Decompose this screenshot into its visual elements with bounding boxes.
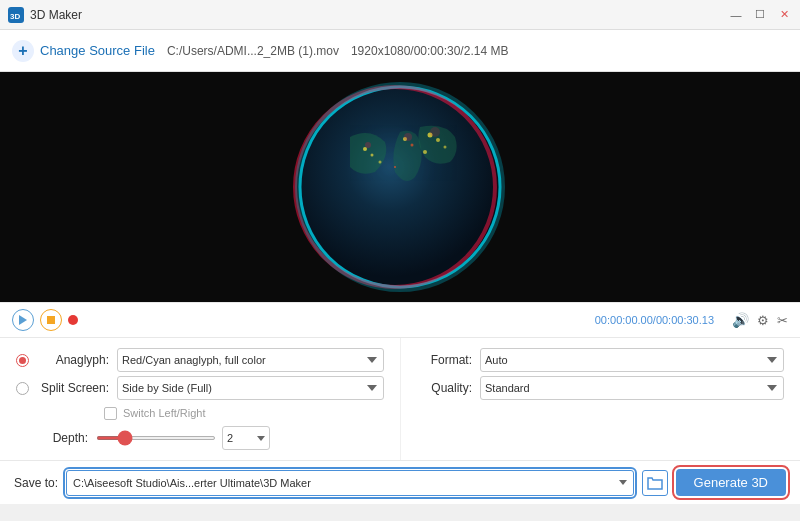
left-settings: Anaglyph: Red/Cyan anaglyph, full color … xyxy=(0,338,400,460)
svg-text:3D: 3D xyxy=(10,12,20,21)
depth-row: Depth: 2 1 3 4 5 xyxy=(16,424,384,452)
title-bar: 3D 3D Maker — ☐ ✕ xyxy=(0,0,800,30)
volume-icon[interactable]: 🔊 xyxy=(732,312,749,328)
scissors-icon[interactable]: ✂ xyxy=(777,313,788,328)
quality-select[interactable]: Standard High Ultra High xyxy=(480,376,784,400)
file-path: C:/Users/ADMI...2_2MB (1).mov xyxy=(167,44,339,58)
minimize-button[interactable]: — xyxy=(728,7,744,23)
depth-select[interactable]: 2 1 3 4 5 xyxy=(222,426,270,450)
svg-point-17 xyxy=(404,133,412,141)
anaglyph-select[interactable]: Red/Cyan anaglyph, full color Red/Cyan a… xyxy=(117,348,384,372)
svg-point-13 xyxy=(379,161,382,164)
playback-controls xyxy=(12,309,78,331)
right-settings: Format: Auto MP4 AVI MOV Quality: Standa… xyxy=(400,338,800,460)
switch-label: Switch Left/Right xyxy=(123,407,206,419)
browse-folder-button[interactable] xyxy=(642,470,668,496)
main-settings: Anaglyph: Red/Cyan anaglyph, full color … xyxy=(0,338,800,460)
time-display: 00:00:00.00/00:00:30.13 xyxy=(595,314,714,326)
save-path-select[interactable]: C:\Aiseesoft Studio\Ais...erter Ultimate… xyxy=(66,470,634,496)
app-title: 3D Maker xyxy=(30,8,82,22)
split-screen-label: Split Screen: xyxy=(37,381,109,395)
switch-checkbox[interactable] xyxy=(104,407,117,420)
plus-icon: + xyxy=(12,40,34,62)
split-screen-row: Split Screen: Side by Side (Full) Side b… xyxy=(16,374,384,402)
stop-button[interactable] xyxy=(40,309,62,331)
svg-rect-21 xyxy=(47,316,55,324)
anaglyph-row: Anaglyph: Red/Cyan anaglyph, full color … xyxy=(16,346,384,374)
split-screen-select-wrapper: Side by Side (Full) Side by Side (Half) … xyxy=(117,376,384,400)
app-icon: 3D xyxy=(8,7,24,23)
source-bar: + Change Source File C:/Users/ADMI...2_2… xyxy=(0,30,800,72)
save-label: Save to: xyxy=(14,476,58,490)
generate-3d-button[interactable]: Generate 3D xyxy=(676,469,786,496)
settings-icon[interactable]: ⚙ xyxy=(757,313,769,328)
svg-marker-20 xyxy=(19,315,27,325)
svg-point-15 xyxy=(423,150,427,154)
svg-point-12 xyxy=(444,146,447,149)
change-source-label: Change Source File xyxy=(40,43,155,58)
quality-label: Quality: xyxy=(417,381,472,395)
anaglyph-select-wrapper: Red/Cyan anaglyph, full color Red/Cyan a… xyxy=(117,348,384,372)
svg-point-18 xyxy=(430,127,440,137)
title-bar-controls: — ☐ ✕ xyxy=(728,7,792,23)
split-screen-select[interactable]: Side by Side (Full) Side by Side (Half) … xyxy=(117,376,384,400)
format-label: Format: xyxy=(417,353,472,367)
quality-row: Quality: Standard High Ultra High xyxy=(417,374,784,402)
switch-checkbox-row: Switch Left/Right xyxy=(16,402,384,424)
save-bar: Save to: C:\Aiseesoft Studio\Ais...erter… xyxy=(0,460,800,504)
record-indicator xyxy=(68,315,78,325)
video-preview xyxy=(290,77,510,297)
svg-point-9 xyxy=(411,144,414,147)
anaglyph-radio[interactable] xyxy=(16,354,29,367)
play-button[interactable] xyxy=(12,309,34,331)
quality-select-wrapper: Standard High Ultra High xyxy=(480,376,784,400)
format-row: Format: Auto MP4 AVI MOV xyxy=(417,346,784,374)
close-button[interactable]: ✕ xyxy=(776,7,792,23)
svg-point-6 xyxy=(363,147,367,151)
svg-point-16 xyxy=(365,142,371,148)
playback-bar: 00:00:00.00/00:00:30.13 🔊 ⚙ ✂ xyxy=(0,302,800,338)
change-source-button[interactable]: + Change Source File xyxy=(12,40,155,62)
preview-area xyxy=(0,72,800,302)
svg-point-7 xyxy=(371,154,374,157)
depth-label: Depth: xyxy=(16,431,88,445)
title-bar-left: 3D 3D Maker xyxy=(8,7,82,23)
file-info: 1920x1080/00:00:30/2.14 MB xyxy=(351,44,508,58)
anaglyph-label: Anaglyph: xyxy=(37,353,109,367)
split-screen-radio[interactable] xyxy=(16,382,29,395)
maximize-button[interactable]: ☐ xyxy=(752,7,768,23)
svg-point-14 xyxy=(394,166,396,168)
depth-slider-container: 2 1 3 4 5 xyxy=(96,426,270,450)
format-select-wrapper: Auto MP4 AVI MOV xyxy=(480,348,784,372)
svg-point-11 xyxy=(436,138,440,142)
format-select[interactable]: Auto MP4 AVI MOV xyxy=(480,348,784,372)
depth-slider[interactable] xyxy=(96,436,216,440)
playback-right-controls: 🔊 ⚙ ✂ xyxy=(732,312,788,328)
